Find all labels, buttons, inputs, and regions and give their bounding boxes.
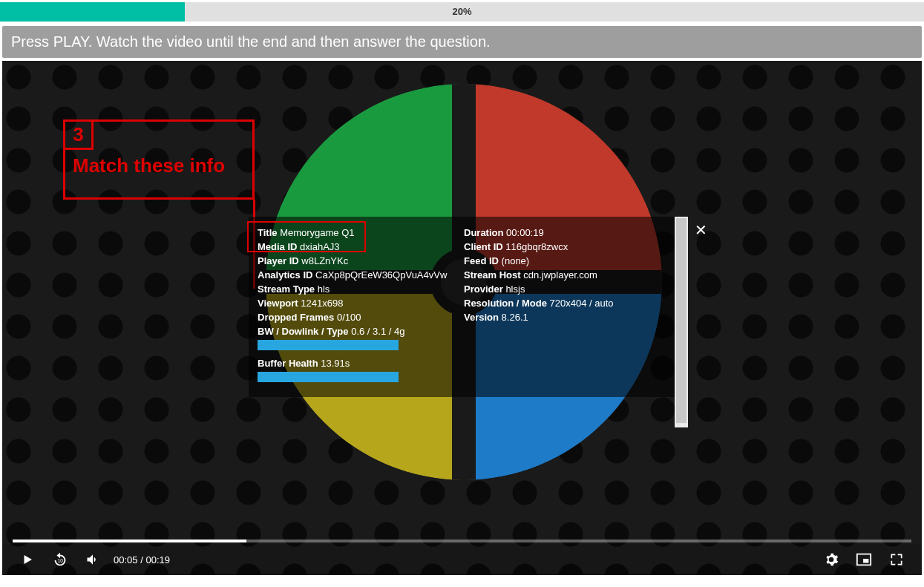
annotation-text: Match these info [73,154,225,177]
volume-button[interactable] [82,549,103,570]
debug-row: Provider hlsjs [464,283,675,295]
pip-button[interactable] [853,549,874,570]
debug-row: Player ID w8LZnYKc [258,255,464,266]
debug-row: Viewport 1241x698 [258,298,464,309]
debug-row: Duration 00:00:19 [464,227,675,238]
progress-label: 20% [0,2,924,22]
time-display: 00:05 / 00:19 [114,554,170,565]
player-controls: 10 00:05 / 00:19 [2,544,922,575]
debug-row: Buffer Health 13.91s [258,358,464,369]
debug-col-right: Duration 00:00:19 Client ID 116gbqr8zwcx… [464,224,675,390]
debug-row: Version 8.26.1 [464,312,675,323]
rewind-button[interactable]: 10 [50,549,71,570]
seek-bar[interactable] [13,540,911,542]
debug-row: Dropped Frames 0/100 [258,312,464,323]
instruction-banner: Press PLAY. Watch the video until the en… [2,26,922,58]
annotation-callout: 3 Match these info [63,119,255,200]
bandwidth-bar [258,340,399,350]
fullscreen-button[interactable] [886,549,907,570]
close-icon[interactable]: ✕ [690,220,712,240]
svg-text:10: 10 [58,558,64,563]
buffer-bar [258,372,399,382]
seek-fill [13,540,246,542]
debug-row: Resolution / Mode 720x404 / auto [464,298,675,309]
debug-row: Stream Type hls [258,283,464,295]
debug-row: Client ID 116gbqr8zwcx [464,241,675,252]
debug-row: Feed ID (none) [464,255,675,266]
debug-row: Analytics ID CaXp8pQrEeW36QpVuA4vVw [258,269,464,281]
video-player[interactable]: 3 Match these info ✕ Title Memorygame Q1… [2,61,922,575]
annotation-number: 3 [65,122,94,150]
debug-row: Stream Host cdn.jwplayer.com [464,269,675,281]
annotation-highlight [247,221,366,252]
settings-button[interactable] [821,549,842,570]
debug-scrollbar[interactable] [675,217,688,427]
debug-row: BW / Dowlink / Type 0.6 / 3.1 / 4g [258,326,464,337]
progress-bar: 20% [0,2,924,22]
play-button[interactable] [17,549,38,570]
